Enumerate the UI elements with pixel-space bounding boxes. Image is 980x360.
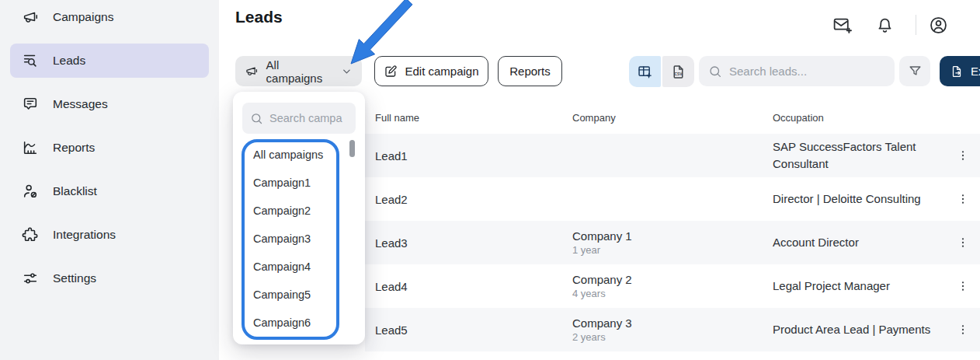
csv-view-button[interactable]: CSV [662, 56, 694, 87]
lead-occupation: Product Area Lead | Payments [773, 321, 946, 338]
campaign-option[interactable]: Campaign2 [233, 197, 365, 225]
table-view-button[interactable] [629, 56, 661, 87]
edit-campaign-label: Edit campaign [405, 65, 478, 78]
page-title: Leads [235, 8, 283, 26]
campaign-option[interactable]: All campaigns [233, 141, 365, 169]
row-menu-button[interactable] [946, 177, 980, 221]
sidebar-item-label: Messages [53, 97, 108, 111]
lead-name: Lead2 [375, 193, 572, 206]
edit-pencil-icon [384, 65, 398, 79]
campaign-option[interactable]: Campaign4 [233, 253, 365, 281]
user-block-icon [22, 183, 39, 200]
kebab-menu-icon [957, 280, 969, 292]
lead-occupation: Legal Project Manager [773, 278, 946, 295]
megaphone-icon [22, 9, 39, 26]
reports-label: Reports [509, 65, 551, 78]
kebab-menu-icon [957, 149, 969, 162]
megaphone-icon [245, 64, 259, 79]
filter-button[interactable] [899, 56, 930, 86]
lead-occupation: SAP SuccessFactors Talent Consultant [773, 138, 946, 173]
lead-company [572, 198, 773, 200]
message-bubble-icon [22, 96, 39, 113]
sidebar-item-settings[interactable]: Settings [10, 261, 209, 295]
campaign-filter-label: All campaigns [266, 58, 334, 85]
column-header-full-name: Full name [375, 112, 572, 124]
view-toggle: CSV [629, 56, 694, 87]
lead-name: Lead3 [375, 236, 572, 250]
sidebar-item-leads[interactable]: Leads [10, 44, 209, 78]
sidebar-item-blacklist[interactable]: Blacklist [10, 174, 209, 208]
app-root: Campaigns Leads Messages Reports Blackli… [0, 0, 980, 360]
table-row[interactable]: Lead1 SAP SuccessFactors Talent Consulta… [365, 134, 980, 177]
envelope-plus-icon [832, 16, 852, 35]
sidebar-item-messages[interactable]: Messages [10, 87, 209, 121]
bell-icon [875, 16, 895, 35]
notifications-button[interactable] [874, 14, 895, 36]
search-leads-input[interactable] [729, 65, 885, 78]
leads-search [699, 56, 895, 86]
row-menu-button[interactable] [946, 221, 980, 264]
lead-company: Company 3 2 years [572, 316, 773, 343]
search-icon [250, 112, 263, 125]
leads-table: Full name Company Occupation Lead1 SAP S… [365, 101, 980, 351]
campaign-options-list: All campaigns Campaign1 Campaign2 Campai… [233, 141, 365, 337]
column-header-company: Company [572, 112, 773, 124]
lead-company: Company 1 1 year [572, 229, 773, 256]
lead-name: Lead1 [375, 149, 572, 163]
reports-button[interactable]: Reports [498, 56, 562, 86]
export-file-icon [950, 65, 964, 79]
sliders-icon [22, 270, 39, 287]
table-row[interactable]: Lead2 Director | Deloitte Consulting [365, 177, 980, 221]
search-icon [708, 65, 722, 79]
new-message-button[interactable] [831, 14, 853, 36]
csv-file-icon: CSV [670, 64, 686, 80]
funnel-icon [908, 64, 923, 79]
sidebar-item-reports[interactable]: Reports [10, 131, 209, 165]
account-button[interactable] [927, 14, 949, 36]
dropdown-scrollbar[interactable] [349, 140, 355, 157]
sidebar-item-label: Reports [53, 141, 95, 155]
campaign-search [242, 103, 356, 134]
search-campaigns-input[interactable] [269, 112, 348, 124]
topbar-divider [916, 15, 916, 35]
chart-icon [22, 139, 39, 156]
user-circle-icon [929, 16, 948, 35]
svg-text:CSV: CSV [674, 72, 683, 75]
edit-campaign-button[interactable]: Edit campaign [374, 56, 488, 86]
lead-occupation: Director | Deloitte Consulting [773, 190, 946, 208]
row-menu-button[interactable] [946, 134, 980, 177]
row-menu-button[interactable] [946, 308, 980, 351]
table-row[interactable]: Lead4 Company 2 4 years Legal Project Ma… [365, 264, 980, 308]
export-label: Export [971, 65, 980, 78]
campaign-option[interactable]: Campaign6 [233, 309, 365, 337]
sidebar-item-label: Campaigns [53, 10, 113, 24]
kebab-menu-icon [957, 236, 969, 249]
campaign-option[interactable]: Campaign1 [233, 169, 365, 197]
lead-company: Company 2 4 years [572, 273, 773, 299]
leads-search-icon [22, 52, 39, 69]
row-menu-button[interactable] [946, 264, 980, 308]
campaign-filter-dropdown[interactable]: All campaigns [235, 56, 362, 86]
lead-name: Lead4 [375, 280, 572, 293]
sidebar-item-label: Blacklist [53, 184, 97, 198]
table-row[interactable]: Lead3 Company 1 1 year Account Director [365, 221, 980, 264]
lead-name: Lead5 [375, 323, 572, 337]
export-button[interactable]: Export [940, 56, 980, 86]
sidebar-item-label: Settings [53, 271, 96, 285]
campaign-option[interactable]: Campaign3 [233, 225, 365, 253]
campaign-dropdown-panel: All campaigns Campaign1 Campaign2 Campai… [233, 92, 365, 344]
sidebar: Campaigns Leads Messages Reports Blackli… [0, 0, 219, 360]
campaign-option[interactable]: Campaing5 [233, 281, 365, 309]
table-columns-gear-icon [637, 64, 653, 80]
chevron-down-icon [341, 65, 353, 78]
sidebar-item-label: Integrations [53, 228, 116, 242]
table-row[interactable]: Lead5 Company 3 2 years Product Area Lea… [365, 308, 980, 351]
sidebar-item-integrations[interactable]: Integrations [10, 218, 209, 252]
column-header-occupation: Occupation [773, 112, 946, 124]
lead-occupation: Account Director [773, 234, 946, 251]
topbar-icons [831, 14, 949, 36]
lead-company [572, 155, 773, 156]
kebab-menu-icon [957, 193, 969, 205]
table-header: Full name Company Occupation [365, 101, 980, 134]
sidebar-item-campaigns[interactable]: Campaigns [10, 0, 209, 34]
